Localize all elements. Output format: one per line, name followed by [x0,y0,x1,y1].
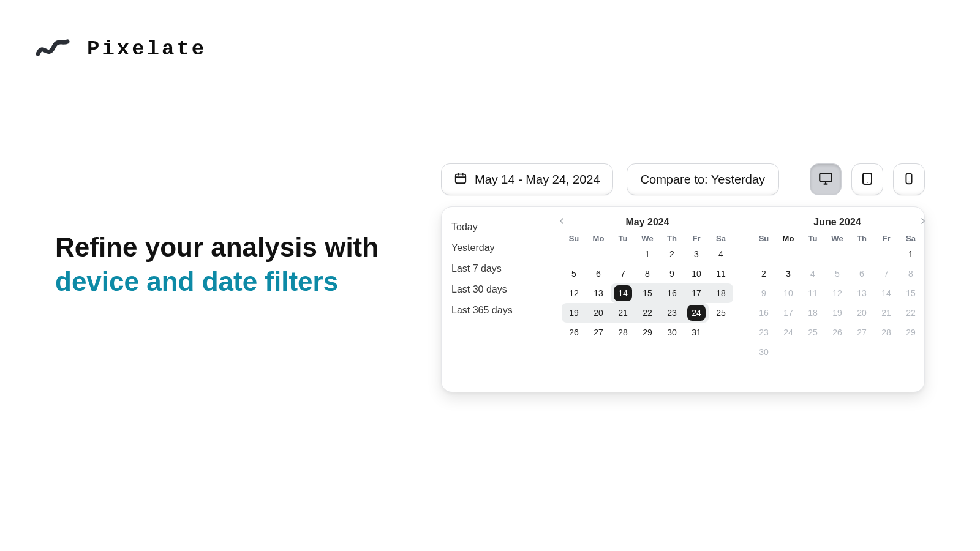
weekday-row-left: SuMoTuWeThFrSa [556,234,739,243]
weekday-label: Sa [899,234,923,243]
calendar-day[interactable]: 25 [801,323,825,342]
calendar-day[interactable]: 19 [562,303,586,323]
calendar-day[interactable]: 29 [899,323,923,342]
calendar-day[interactable]: 23 [660,303,684,323]
calendar-month-right: June 2024 SuMoTuWeThFrSa 123456789101112… [745,214,929,382]
date-range-button[interactable]: May 14 - May 24, 2024 [441,163,613,195]
calendar-day[interactable]: 24 [776,323,801,342]
calendar-day[interactable]: 29 [635,323,660,342]
calendar-day[interactable]: 10 [684,264,709,283]
calendar-day[interactable]: 9 [752,283,776,303]
weekday-label: Mo [586,234,611,243]
calendar-day[interactable]: 6 [850,264,874,283]
svg-rect-0 [456,174,466,183]
calendar-day[interactable]: 24 [684,303,709,323]
calendar-day[interactable]: 31 [684,323,709,342]
calendar-day[interactable]: 11 [709,264,733,283]
calendar-day[interactable]: 14 [874,283,899,303]
arrow-left-icon [557,216,568,229]
device-tablet-button[interactable] [851,163,883,195]
device-mobile-button[interactable] [893,163,925,195]
filters-toprow: May 14 - May 24, 2024 Compare to: Yester… [441,163,925,195]
calendar-card: TodayYesterdayLast 7 daysLast 30 daysLas… [441,206,925,392]
calendar-day[interactable]: 6 [586,264,611,283]
calendar-day[interactable]: 7 [874,264,899,283]
calendar-day[interactable]: 16 [660,283,684,303]
preset-item[interactable]: Last 365 days [450,300,549,321]
preset-item[interactable]: Last 30 days [450,279,549,300]
prev-month-button[interactable] [556,216,569,229]
weekday-label: We [635,234,660,243]
calendar-day[interactable]: 16 [752,303,776,323]
calendar-day[interactable]: 30 [752,342,776,362]
calendar-day[interactable]: 17 [776,303,801,323]
calendar-day[interactable]: 13 [586,283,611,303]
calendar-day[interactable]: 3 [776,264,801,283]
calendar-day[interactable]: 18 [801,303,825,323]
svg-rect-1 [820,173,832,181]
calendar-day[interactable]: 2 [660,244,684,264]
calendar-day[interactable]: 28 [611,323,635,342]
calendar-day[interactable]: 18 [709,283,733,303]
calendar-day[interactable]: 12 [562,283,586,303]
calendar-day[interactable]: 4 [801,264,825,283]
calendar-day[interactable]: 2 [752,264,776,283]
compare-button[interactable]: Compare to: Yesterday [627,163,779,195]
calendar-icon [454,171,467,188]
calendar-day[interactable]: 14 [611,283,635,303]
month-title-right: June 2024 [813,217,861,228]
calendar-day[interactable]: 5 [562,264,586,283]
calendar-day[interactable]: 8 [899,264,923,283]
filters-cluster: May 14 - May 24, 2024 Compare to: Yester… [441,163,925,392]
calendar-day[interactable]: 7 [611,264,635,283]
weekday-label: Mo [776,234,801,243]
calendar-day[interactable]: 12 [825,283,850,303]
calendar-day[interactable]: 13 [850,283,874,303]
compare-label: Compare to: Yesterday [641,173,765,187]
calendar-day[interactable]: 1 [899,244,923,264]
calendar-day[interactable]: 9 [660,264,684,283]
weekday-label: We [825,234,850,243]
svg-point-3 [867,182,868,183]
preset-item[interactable]: Today [450,217,549,238]
calendar-day[interactable]: 20 [586,303,611,323]
calendar-day[interactable]: 22 [899,303,923,323]
device-desktop-button[interactable] [810,163,842,195]
weekday-label: Fr [874,234,899,243]
calendar-day[interactable]: 27 [850,323,874,342]
brand-name: Pixelate [87,37,206,61]
arrow-right-icon [917,216,928,229]
calendar-day[interactable]: 11 [801,283,825,303]
next-month-button[interactable] [916,216,929,229]
calendar-day[interactable]: 22 [635,303,660,323]
calendar-day[interactable]: 21 [874,303,899,323]
calendar-day[interactable]: 19 [825,303,850,323]
calendar-day[interactable]: 15 [635,283,660,303]
calendar-day[interactable]: 26 [825,323,850,342]
calendar-day[interactable]: 23 [752,323,776,342]
calendar-day[interactable]: 17 [684,283,709,303]
calendar-day[interactable]: 10 [776,283,801,303]
calendar-day[interactable]: 30 [660,323,684,342]
headline-line-1: Refine your analysis with [55,230,398,264]
brand-mark-icon [36,36,70,62]
calendar-day[interactable]: 15 [899,283,923,303]
calendar-day[interactable]: 21 [611,303,635,323]
calendar-day[interactable]: 1 [635,244,660,264]
calendar-day[interactable]: 27 [586,323,611,342]
calendar-day[interactable]: 5 [825,264,850,283]
calendar-day[interactable]: 25 [709,303,733,323]
weekday-label: Sa [709,234,733,243]
preset-item[interactable]: Yesterday [450,238,549,258]
calendar-day[interactable]: 28 [874,323,899,342]
weekday-label: Su [562,234,586,243]
calendar-day[interactable]: 26 [562,323,586,342]
date-range-label: May 14 - May 24, 2024 [475,173,600,187]
brand: Pixelate [36,36,206,62]
calendar-day[interactable]: 20 [850,303,874,323]
preset-item[interactable]: Last 7 days [450,258,549,279]
calendar-day[interactable]: 8 [635,264,660,283]
calendar-day[interactable]: 4 [709,244,733,264]
calendar-day[interactable]: 3 [684,244,709,264]
weekday-label: Th [850,234,874,243]
